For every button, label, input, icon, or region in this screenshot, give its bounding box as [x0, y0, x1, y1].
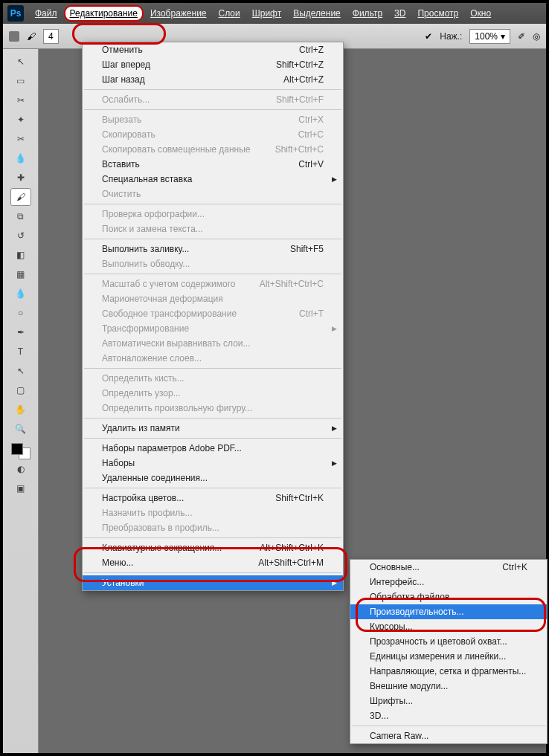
edit-item-трансформирование[interactable]: Трансформирование: [83, 321, 343, 336]
menu-layers[interactable]: Слои: [214, 6, 245, 21]
screenmode-icon[interactable]: ▣: [10, 479, 31, 497]
pref-item-прозрачность-и-цветовой-охват[interactable]: Прозрачность и цветовой охват...: [350, 634, 547, 649]
tool-dodge[interactable]: ○: [10, 304, 31, 322]
menu-window[interactable]: Окно: [465, 6, 496, 21]
edit-item-очистить[interactable]: Очистить: [83, 187, 343, 201]
edit-item-назначить-профиль[interactable]: Назначить профиль...: [83, 505, 343, 520]
pref-item-camera-raw[interactable]: Camera Raw...: [350, 728, 547, 743]
edit-item-вырезать[interactable]: ВырезатьCtrl+X: [83, 112, 343, 127]
pref-item-3d[interactable]: 3D...: [350, 708, 547, 723]
airbrush-icon[interactable]: ✔: [425, 31, 432, 42]
pref-item-направляющие-сетка-и-фрагменты[interactable]: Направляющие, сетка и фрагменты...: [350, 664, 547, 679]
pref-item-интерфейс[interactable]: Интерфейс...: [350, 575, 547, 589]
menu-image[interactable]: Изображение: [145, 6, 212, 21]
tool-pen[interactable]: ✒: [10, 323, 31, 341]
edit-item-удаленные-соединения[interactable]: Удаленные соединения...: [83, 471, 343, 485]
tool-eraser[interactable]: ◧: [10, 246, 31, 264]
edit-item-марионеточная-деформация[interactable]: Марионеточная деформация: [83, 291, 343, 306]
edit-item-настройка-цветов[interactable]: Настройка цветов...Shift+Ctrl+K: [83, 491, 343, 505]
brush-size-field[interactable]: 4: [43, 29, 59, 44]
edit-item-выполнить-заливку[interactable]: Выполнить заливку...Shift+F5: [83, 242, 343, 256]
tool-preset-icon[interactable]: [9, 31, 19, 42]
tool-eyedropper[interactable]: 💧: [10, 149, 31, 167]
edit-item-шаг-назад[interactable]: Шаг назадAlt+Ctrl+Z: [83, 72, 343, 87]
preferences-submenu: Основные...Ctrl+KИнтерфейс...Обработка ф…: [350, 559, 548, 744]
edit-item-свободное-трансформирование[interactable]: Свободное трансформированиеCtrl+T: [83, 306, 343, 321]
edit-item-проверка-орфографии[interactable]: Проверка орфографии...: [83, 207, 343, 222]
menu-select[interactable]: Выделение: [288, 6, 346, 21]
tool-zoom[interactable]: 🔍: [10, 420, 31, 438]
edit-item-выполнить-обводку[interactable]: Выполнить обводку...: [83, 256, 343, 271]
edit-item-преобразовать-в-профиль[interactable]: Преобразовать в профиль...: [83, 520, 343, 535]
brush-preview-icon[interactable]: 🖌: [27, 31, 36, 42]
edit-item-наборы[interactable]: Наборы: [83, 456, 343, 471]
tool-path-select[interactable]: ↖: [10, 362, 31, 380]
tablet-pressure-icon[interactable]: ✐: [518, 31, 525, 42]
pref-item-обработка-файлов[interactable]: Обработка файлов...: [350, 589, 547, 604]
pressure-field[interactable]: 100%▾: [469, 29, 510, 44]
tool-type[interactable]: T: [10, 343, 31, 361]
tool-move[interactable]: ↖: [10, 53, 31, 71]
edit-item-вставить[interactable]: ВставитьCtrl+V: [83, 157, 343, 172]
edit-item-определить-произвольную-фигуру[interactable]: Определить произвольную фигуру...: [83, 401, 343, 416]
edit-item-автоматически-выравнивать-слои[interactable]: Автоматически выравнивать слои...: [83, 336, 343, 351]
tool-crop[interactable]: ✂: [10, 130, 31, 148]
app-logo: Ps: [7, 5, 24, 22]
tool-gradient[interactable]: ▦: [10, 265, 31, 283]
edit-dropdown: ОтменитьCtrl+ZШаг впередShift+Ctrl+ZШаг …: [82, 42, 344, 591]
edit-item-ослабить[interactable]: Ослабить...Shift+Ctrl+F: [83, 92, 343, 107]
title-bar: Ps Файл Редактирование Изображение Слои …: [3, 3, 546, 24]
menu-edit[interactable]: Редактирование: [64, 5, 144, 22]
tool-lasso[interactable]: ✂: [10, 91, 31, 109]
edit-item-определить-кисть[interactable]: Определить кисть...: [83, 371, 343, 386]
edit-item-установки[interactable]: Установки: [83, 575, 343, 590]
pref-item-внешние-модули[interactable]: Внешние модули...: [350, 679, 547, 694]
pref-item-основные[interactable]: Основные...Ctrl+K: [350, 560, 547, 575]
quickmask-icon[interactable]: ◐: [10, 460, 31, 478]
menu-filter[interactable]: Фильтр: [347, 6, 388, 21]
edit-item-скопировать-совмещенные-данные[interactable]: Скопировать совмещенные данныеShift+Ctrl…: [83, 142, 343, 157]
tool-blur[interactable]: 💧: [10, 285, 31, 303]
tool-history-brush[interactable]: ↺: [10, 227, 31, 245]
tool-wand[interactable]: ✦: [10, 111, 31, 129]
menu-view[interactable]: Просмотр: [412, 6, 463, 21]
edit-item-поиск-и-замена-текста[interactable]: Поиск и замена текста...: [83, 222, 343, 236]
edit-item-меню[interactable]: Меню...Alt+Shift+Ctrl+M: [83, 555, 343, 570]
menu-3d[interactable]: 3D: [389, 6, 411, 21]
tool-shape[interactable]: ▢: [10, 381, 31, 399]
edit-item-специальная-вставка[interactable]: Специальная вставка: [83, 172, 343, 187]
pref-item-курсоры[interactable]: Курсоры...: [350, 619, 547, 634]
color-swatch[interactable]: [11, 443, 30, 459]
menu-bar: Файл Редактирование Изображение Слои Шри…: [30, 5, 496, 22]
pref-item-единицы-измерения-и-линейки[interactable]: Единицы измерения и линейки...: [350, 649, 547, 664]
edit-item-отменить[interactable]: ОтменитьCtrl+Z: [83, 42, 343, 57]
tool-hand[interactable]: ✋: [10, 401, 31, 419]
tablet-opacity-icon[interactable]: ◎: [533, 31, 540, 42]
toolbox: ↖ ▭ ✂ ✦ ✂ 💧 ✚ 🖌 ⧉ ↺ ◧ ▦ 💧 ○ ✒ T ↖ ▢ ✋ 🔍 …: [3, 49, 39, 753]
edit-item-наборы-параметров-adobe-pdf[interactable]: Наборы параметров Adobe PDF...: [83, 441, 343, 456]
tool-healing[interactable]: ✚: [10, 169, 31, 187]
tool-stamp[interactable]: ⧉: [10, 207, 31, 225]
pref-item-производительность[interactable]: Производительность...: [350, 604, 547, 619]
menu-file[interactable]: Файл: [30, 6, 62, 21]
tool-brush[interactable]: 🖌: [10, 188, 31, 206]
edit-item-определить-узор[interactable]: Определить узор...: [83, 386, 343, 401]
edit-item-шаг-вперед[interactable]: Шаг впередShift+Ctrl+Z: [83, 57, 343, 72]
edit-item-удалить-из-памяти[interactable]: Удалить из памяти: [83, 421, 343, 436]
pressure-label: Наж.:: [440, 31, 462, 42]
menu-type[interactable]: Шрифт: [247, 6, 286, 21]
tool-marquee[interactable]: ▭: [10, 72, 31, 90]
edit-item-скопировать[interactable]: СкопироватьCtrl+C: [83, 127, 343, 142]
edit-item-клавиатурные-сокращения[interactable]: Клавиатурные сокращения...Alt+Shift+Ctrl…: [83, 540, 343, 555]
edit-item-автоналожение-слоев[interactable]: Автоналожение слоев...: [83, 351, 343, 366]
pref-item-шрифты[interactable]: Шрифты...: [350, 694, 547, 708]
edit-item-масштаб-с-учетом-содержимого[interactable]: Масштаб с учетом содержимогоAlt+Shift+Ct…: [83, 277, 343, 291]
